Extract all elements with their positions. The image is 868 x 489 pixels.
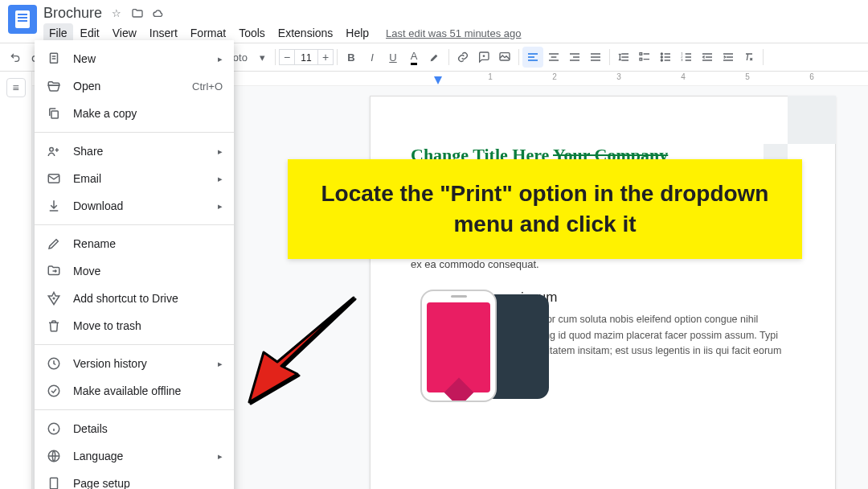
highlight-button[interactable] [424,47,445,68]
bulleted-list-button[interactable] [655,47,676,68]
svg-point-5 [661,60,662,61]
menu-item-new[interactable]: New ▸ [35,45,234,72]
menu-item-trash[interactable]: Move to trash [35,312,234,339]
checklist-button[interactable] [634,47,655,68]
trash-icon [46,318,62,334]
svg-point-3 [661,53,662,55]
share-icon [46,143,62,159]
page-corner-decoration [764,96,836,168]
cloud-status-icon[interactable] [152,7,165,20]
menu-tools[interactable]: Tools [233,23,271,43]
menu-item-download[interactable]: Download ▸ [35,192,234,220]
add-comment-button[interactable] [473,47,494,68]
align-justify-button[interactable] [585,47,606,68]
svg-point-11 [50,148,54,152]
menu-item-add-shortcut[interactable]: Add shortcut to Drive [35,285,234,312]
menu-item-label: Page setup [73,477,130,489]
indent-decrease-button[interactable] [697,47,718,68]
product-image[interactable] [411,290,462,402]
undo-button[interactable] [5,47,26,68]
menu-item-label: Download [73,199,123,212]
menu-item-language[interactable]: Language ▸ [35,442,234,470]
menu-item-rename[interactable]: Rename [35,230,234,257]
last-edit-link[interactable]: Last edit was 51 minutes ago [386,27,521,39]
ruler-mark: 3 [616,72,621,81]
font-size-control: − 11 + [279,49,334,65]
menu-item-offline[interactable]: Make available offline [35,377,234,405]
menu-help[interactable]: Help [340,23,375,43]
menu-item-label: Move [73,265,100,277]
font-size-decrease[interactable]: − [279,49,295,65]
align-left-button[interactable] [522,47,543,68]
move-folder-icon[interactable] [131,7,144,20]
menu-item-page-setup[interactable]: Page setup [35,470,234,489]
font-size-increase[interactable]: + [317,49,334,65]
left-rail: ≡ [0,72,32,489]
menu-separator [35,409,234,410]
chevron-right-icon: ▸ [218,146,223,157]
menu-item-share[interactable]: Share ▸ [35,138,234,165]
instruction-callout: Locate the "Print" option in the dropdow… [288,159,802,259]
svg-rect-2 [640,58,642,60]
menu-item-open[interactable]: Open Ctrl+O [35,72,234,100]
underline-button[interactable]: U [383,47,403,68]
chevron-right-icon: ▸ [218,174,223,184]
menu-separator [35,132,234,133]
menu-item-email[interactable]: Email ▸ [35,165,234,192]
italic-button[interactable]: I [362,47,383,68]
insert-image-button[interactable] [494,47,515,68]
menu-item-label: Email [73,172,101,185]
file-menu-dropdown: New ▸ Open Ctrl+O Make a copy Share ▸ Em… [35,40,234,489]
menu-item-make-copy[interactable]: Make a copy [35,100,234,127]
insert-link-button[interactable] [452,47,473,68]
align-center-button[interactable] [543,47,564,68]
menu-item-label: Make a copy [73,107,137,120]
ruler-mark: 1 [488,72,493,81]
add-shortcut-icon [46,290,62,306]
docs-logo[interactable] [8,5,37,34]
menu-extensions[interactable]: Extensions [272,23,338,43]
svg-point-4 [661,56,662,58]
chevron-right-icon: ▸ [218,451,223,462]
menu-item-label: Move to trash [73,319,141,332]
menu-item-label: Details [73,422,108,435]
menu-item-label: Language [73,450,123,462]
menu-item-move[interactable]: Move [35,257,234,285]
menu-item-details[interactable]: Details [35,415,234,442]
document-title[interactable]: Brochure [43,5,102,22]
history-icon [46,355,62,372]
document-page[interactable]: Change Title Here Your Company Product O… [370,96,836,489]
ruler-mark: 5 [745,72,750,81]
indent-marker-icon[interactable] [434,76,442,84]
numbered-list-button[interactable]: 123 [676,47,697,68]
indent-increase-button[interactable] [718,47,739,68]
chevron-down-icon: ▾ [260,51,265,64]
ruler-mark: 6 [809,72,814,81]
copy-icon [46,105,62,121]
outline-toggle-icon[interactable]: ≡ [6,78,26,97]
move-icon [46,263,62,279]
menu-item-label: Open [73,80,100,92]
download-icon [46,198,62,214]
clear-formatting-button[interactable] [739,47,760,68]
ruler-mark: 2 [552,72,557,81]
chevron-right-icon: ▸ [218,359,223,369]
email-icon [46,171,62,187]
star-icon[interactable]: ☆ [110,7,123,20]
menu-item-version-history[interactable]: Version history ▸ [35,350,234,377]
chevron-right-icon: ▸ [218,54,223,64]
menu-item-label: Make available offline [73,384,181,397]
menu-separator [35,344,234,345]
menu-item-label: Share [73,145,103,158]
font-size-value[interactable]: 11 [295,49,317,65]
menu-shortcut: Ctrl+O [192,80,223,92]
bold-button[interactable]: B [341,47,362,68]
line-spacing-button[interactable] [613,47,634,68]
ruler-mark: 4 [681,72,686,81]
svg-rect-10 [51,111,58,118]
svg-rect-1 [640,53,642,55]
rename-icon [46,236,62,252]
text-color-button[interactable]: A [403,47,424,68]
align-right-button[interactable] [564,47,585,68]
info-icon [46,421,62,437]
